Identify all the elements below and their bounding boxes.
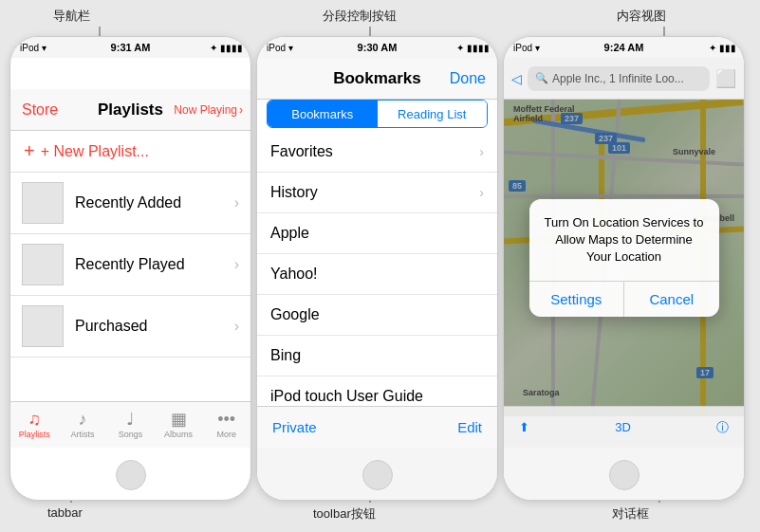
phone1-nav-title: Playlists	[98, 101, 163, 119]
segment-annotation: 分段控制按钮	[323, 8, 397, 25]
back-button[interactable]: ◁	[511, 71, 522, 86]
phone3-battery: ✦ ▮▮▮	[709, 43, 736, 53]
purchased-thumb	[22, 305, 64, 347]
dialog-overlay: Turn On Location Services to Allow Maps …	[504, 100, 744, 416]
songs-icon: ♩	[126, 411, 134, 428]
tab-playlists[interactable]: ♫ Playlists	[10, 411, 59, 439]
purchased-row[interactable]: Purchased ›	[10, 296, 250, 358]
cancel-button[interactable]: Cancel	[623, 282, 719, 317]
toolbar-annotation: toolbar按钮	[313, 505, 376, 523]
phone2-bottom	[257, 448, 497, 500]
albums-tab-label: Albums	[164, 430, 193, 439]
recently-played-label: Recently Played	[75, 256, 234, 273]
tab-more[interactable]: ••• More	[202, 411, 250, 439]
bookmark-list: Favorites › History › Apple Yahoo! Googl…	[257, 132, 497, 416]
phone3-carrier: iPod ▾	[513, 43, 540, 53]
tab-songs[interactable]: ♩ Songs	[106, 411, 155, 439]
google-row[interactable]: Google	[257, 295, 497, 336]
store-button[interactable]: Store	[22, 101, 58, 119]
edit-button[interactable]: Edit	[457, 419, 482, 435]
apple-row[interactable]: Apple	[257, 213, 497, 254]
map-toolbar: ⬆ 3D ⓘ	[504, 406, 744, 448]
favorites-label: Favorites	[270, 143, 333, 160]
phone2-navbar: Bookmarks Done	[257, 58, 497, 100]
recently-added-row[interactable]: Recently Added ›	[10, 173, 250, 234]
add-playlist-label: + New Playlist...	[41, 143, 149, 160]
navbar-annotation: 导航栏	[53, 8, 90, 25]
phone1-home-button[interactable]	[116, 460, 146, 490]
phone1-time: 9:31 AM	[111, 42, 151, 53]
info-button[interactable]: ⓘ	[716, 419, 729, 436]
phone3-time: 9:24 AM	[604, 42, 644, 53]
map-area[interactable]: Moffett FederalAirfield Sunnyvale Campbe…	[504, 100, 744, 416]
phone3: iPod ▾ 9:24 AM ✦ ▮▮▮ ◁ 🔍 Apple Inc., 1 I…	[503, 36, 745, 501]
favorites-row[interactable]: Favorites ›	[257, 132, 497, 173]
tab-albums[interactable]: ▦ Albums	[155, 411, 203, 439]
settings-button[interactable]: Settings	[529, 282, 624, 317]
location-dialog: Turn On Location Services to Allow Maps …	[529, 199, 719, 318]
phone3-bottom	[504, 448, 744, 500]
yahoo-row[interactable]: Yahoo!	[257, 254, 497, 295]
purchased-label: Purchased	[75, 318, 234, 335]
phone1-navbar: Store Playlists Now Playing›	[10, 89, 250, 131]
more-tab-label: More	[216, 430, 236, 439]
phone1-status-bar: iPod ▾ 9:31 AM ✦ ▮▮▮▮	[10, 37, 250, 58]
artists-tab-label: Artists	[70, 430, 94, 439]
address-text: Apple Inc., 1 Infinite Loo...	[552, 72, 684, 85]
bing-label: Bing	[270, 347, 301, 364]
plus-icon: +	[24, 140, 35, 162]
phone2-toolbar: Private Edit	[257, 406, 497, 448]
phone2-carrier: iPod ▾	[267, 43, 293, 53]
content-annotation: 内容视图	[617, 8, 666, 25]
more-icon: •••	[217, 411, 235, 428]
playlists-icon: ♫	[28, 411, 42, 428]
google-label: Google	[270, 306, 320, 323]
apple-label: Apple	[270, 225, 309, 242]
phone1-battery: ✦ ▮▮▮▮	[210, 43, 243, 53]
threed-button[interactable]: 3D	[615, 420, 631, 434]
dialog-message: Turn On Location Services to Allow Maps …	[529, 199, 719, 282]
dialog-annotation: 对话框	[612, 505, 649, 523]
artists-icon: ♪	[78, 411, 86, 428]
segment-control: Bookmarks Reading List	[267, 100, 488, 128]
tabbar-annotation: tabbar	[47, 505, 83, 520]
phone3-status-bar: iPod ▾ 9:24 AM ✦ ▮▮▮	[504, 37, 744, 58]
bing-row[interactable]: Bing	[257, 336, 497, 376]
private-button[interactable]: Private	[272, 419, 317, 435]
songs-tab-label: Songs	[119, 430, 143, 439]
reading-list-segment[interactable]: Reading List	[378, 101, 488, 127]
history-chevron: ›	[479, 185, 484, 200]
dialog-buttons: Settings Cancel	[529, 281, 719, 317]
history-row[interactable]: History ›	[257, 173, 497, 213]
phone1-carrier: iPod ▾	[20, 43, 46, 53]
phone3-home-button[interactable]	[609, 460, 640, 490]
recently-played-row[interactable]: Recently Played ›	[10, 234, 250, 296]
address-bar[interactable]: 🔍 Apple Inc., 1 Infinite Loo...	[528, 66, 710, 91]
share-button[interactable]: ⬜	[715, 68, 736, 89]
purchased-chevron: ›	[234, 318, 239, 335]
yahoo-label: Yahoo!	[270, 266, 318, 283]
locate-button[interactable]: ⬆	[519, 420, 529, 434]
done-button[interactable]: Done	[450, 70, 486, 87]
phone1-content: + + New Playlist... Recently Added › Rec…	[10, 131, 250, 407]
favorites-chevron: ›	[479, 144, 484, 159]
ipod-user-guide-label: iPod touch User Guide	[270, 388, 423, 405]
recently-played-thumb	[22, 244, 64, 285]
now-playing-button[interactable]: Now Playing›	[174, 103, 243, 117]
phone1: iPod ▾ 9:31 AM ✦ ▮▮▮▮ Store Playlists No…	[9, 36, 251, 501]
recently-added-label: Recently Added	[75, 194, 234, 211]
recently-played-chevron: ›	[234, 256, 239, 273]
phone2-battery: ✦ ▮▮▮▮	[456, 43, 490, 53]
recently-added-thumb	[22, 182, 64, 224]
bookmarks-segment[interactable]: Bookmarks	[268, 101, 378, 127]
playlists-tab-label: Playlists	[19, 430, 50, 439]
phone2-nav-title: Bookmarks	[333, 69, 421, 88]
history-label: History	[270, 184, 318, 201]
phone3-navbar: ◁ 🔍 Apple Inc., 1 Infinite Loo... ⬜	[504, 58, 744, 100]
phone2-status-bar: iPod ▾ 9:30 AM ✦ ▮▮▮▮	[257, 37, 497, 58]
phone1-tabbar: ♫ Playlists ♪ Artists ♩ Songs ▦ Albums •…	[10, 401, 250, 448]
tab-artists[interactable]: ♪ Artists	[59, 411, 107, 439]
phone2-home-button[interactable]	[362, 460, 393, 490]
add-playlist-row[interactable]: + + New Playlist...	[10, 131, 250, 173]
phone2-time: 9:30 AM	[358, 42, 398, 53]
